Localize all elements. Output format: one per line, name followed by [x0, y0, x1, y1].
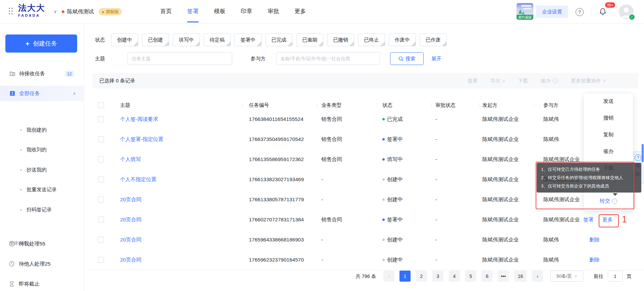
batch-action-导出[interactable]: 导出∨: [490, 78, 505, 84]
org-name[interactable]: 陈斌伟测试: [67, 8, 94, 15]
sidebar: + 创建任务 待接收任务 12 全部任务 ∧ 我创建的我收到的抄送我的批量发送记…: [0, 23, 84, 291]
row-task-id: 1766133823027193469: [249, 176, 304, 183]
status-filter-button-填写中[interactable]: 填写中: [173, 33, 200, 46]
nav-item-更多[interactable]: 更多: [294, 0, 306, 22]
row-checkbox[interactable]: [98, 257, 104, 263]
sidebar-item-all-tasks[interactable]: 全部任务 ∧: [0, 86, 84, 101]
sidebar-subitem-我收到的[interactable]: 我收到的: [0, 143, 84, 157]
notification-bell-icon[interactable]: [599, 8, 606, 17]
row-topic-link[interactable]: 20页合同: [120, 257, 142, 264]
row-topic-link[interactable]: 20页合同: [120, 196, 142, 203]
nav-item-模板[interactable]: 模板: [214, 0, 225, 22]
dropdown-item-发送[interactable]: 发送: [584, 98, 633, 105]
column-header-参与方: 参与方: [543, 102, 558, 108]
sidebar-subitem-扫码签记录[interactable]: 扫码签记录: [0, 203, 84, 216]
row-initiator: 陈斌伟测试企业: [482, 116, 519, 123]
row-initiator: 陈斌伟测试企业: [482, 176, 519, 183]
dropdown-item-撤销[interactable]: 撤销: [584, 115, 633, 122]
status-filter-button-已作废[interactable]: 已作废: [420, 33, 447, 46]
row-action-删除[interactable]: 删除: [589, 237, 600, 242]
row-checkbox[interactable]: [98, 237, 104, 243]
row-approval-status: -: [435, 136, 437, 142]
row-action-删除[interactable]: 删除: [589, 257, 600, 263]
row-party: 陈斌伟: [543, 116, 559, 123]
sidebar-subitem-我创建的[interactable]: 我创建的: [0, 123, 84, 137]
row-topic-link[interactable]: 个人填写: [120, 156, 141, 163]
dropdown-item-催办[interactable]: 催办: [584, 148, 633, 155]
row-approval-status: -: [435, 197, 437, 203]
row-topic-link[interactable]: 个人不指定位置: [120, 176, 157, 183]
sidebar-quick-即将截止[interactable]: 即将截止: [0, 277, 84, 291]
status-filter-button-已完成[interactable]: 已完成: [265, 33, 292, 46]
row-topic-link[interactable]: 个人签-阅读要求: [120, 116, 158, 123]
status-filter-button-已逾期[interactable]: 已逾期: [296, 33, 323, 46]
count-badge: 25: [45, 261, 51, 267]
select-all-checkbox[interactable]: [98, 102, 104, 108]
row-checkbox[interactable]: [98, 197, 104, 203]
status-filter-label: 状态: [95, 37, 105, 43]
row-action-签署[interactable]: 签署: [583, 217, 594, 222]
dropdown-item-transfer[interactable]: 转交 i: [584, 198, 633, 205]
row-topic-link[interactable]: 个人签署-指定位置: [120, 136, 163, 143]
status-filter-button-作废中[interactable]: 作废中: [389, 33, 416, 46]
row-checkbox[interactable]: [98, 116, 104, 122]
row-topic-link[interactable]: 20页合同: [120, 236, 142, 243]
batch-action-签署[interactable]: 签署: [468, 78, 478, 84]
pagination-page-6[interactable]: 6: [482, 271, 493, 282]
pagination-page-5[interactable]: 5: [465, 271, 476, 282]
chevron-up-icon[interactable]: ∧: [73, 91, 76, 96]
goto-page-input[interactable]: [608, 271, 623, 282]
bullet-icon: [20, 149, 22, 151]
sidebar-subitem-抄送我的[interactable]: 抄送我的: [0, 163, 84, 176]
batch-action-催办[interactable]: 催办i: [541, 78, 558, 84]
fadada-logo[interactable]: 法大大 FADADA: [18, 4, 45, 17]
nav-item-印章[interactable]: 印章: [241, 0, 252, 22]
batch-action-下载[interactable]: 下载: [518, 78, 528, 84]
status-filter-button-已撤销[interactable]: 已撤销: [327, 33, 354, 46]
pagination-page-1[interactable]: 1: [399, 271, 411, 282]
pagination-prev-button[interactable]: ‹: [383, 271, 394, 282]
sidebar-quick-待他人处理[interactable]: 待他人处理25: [0, 257, 84, 271]
nav-item-首页[interactable]: 首页: [160, 0, 172, 22]
carbon-signing-widget[interactable]: 签约减碳: [517, 3, 533, 20]
status-filter-button-创建中[interactable]: 创建中: [111, 33, 138, 46]
page-size-select[interactable]: 50条/页 ∨: [550, 271, 583, 282]
pagination-page-3[interactable]: 3: [432, 271, 443, 282]
row-checkbox[interactable]: [98, 156, 104, 162]
pagination-ellipsis[interactable]: •••: [498, 271, 509, 282]
row-topic-link[interactable]: 20页合同: [120, 216, 142, 223]
row-checkbox[interactable]: [98, 217, 104, 223]
org-chevron-down-icon[interactable]: ∨: [54, 9, 57, 14]
nav-item-审批[interactable]: 审批: [268, 0, 279, 22]
pagination-page-16[interactable]: 16: [514, 271, 527, 282]
create-task-button[interactable]: + 创建任务: [5, 34, 77, 53]
sidebar-quick-待我处理[interactable]: 待我处理55: [0, 237, 84, 251]
row-checkbox[interactable]: [98, 136, 104, 142]
tasks-card-icon: [9, 90, 15, 96]
scrollbar-thumb[interactable]: [642, 144, 644, 162]
help-icon[interactable]: ?: [576, 8, 584, 16]
sidebar-subitem-批量发送记录[interactable]: 批量发送记录: [0, 183, 84, 197]
app-grid-icon[interactable]: [9, 8, 13, 16]
status-filter-button-签署中[interactable]: 签署中: [234, 33, 262, 46]
status-filter-button-待定稿[interactable]: 待定稿: [204, 33, 231, 46]
search-button[interactable]: 搜索: [390, 52, 424, 65]
nav-item-签署[interactable]: 签署: [187, 0, 199, 22]
row-checkbox[interactable]: [98, 176, 104, 183]
pagination-page-4[interactable]: 4: [449, 271, 460, 282]
party-input[interactable]: [276, 52, 380, 65]
dropdown-item-复制[interactable]: 复制: [584, 131, 633, 138]
row-action-更多[interactable]: 更多: [602, 217, 613, 222]
topic-input[interactable]: [127, 52, 232, 65]
status-filter-button-已终止[interactable]: 已终止: [358, 33, 385, 46]
pagination-page-2[interactable]: 2: [416, 271, 427, 282]
pagination-next-button[interactable]: ›: [532, 271, 543, 282]
status-filter-button-已创建[interactable]: 已创建: [142, 33, 169, 46]
table-row: 个人签署-指定位置1766373504959170542销售合同签署中-陈斌伟测…: [84, 129, 644, 150]
row-party: 陈斌伟: [543, 136, 559, 143]
tooltip-line: 1、仅可转交己方待处理的任务: [541, 165, 637, 173]
batch-action-更多批量操作[interactable]: 更多批量操作∨: [571, 78, 606, 84]
expand-filters-link[interactable]: 展开: [431, 56, 441, 62]
enterprise-settings-button[interactable]: 企业设置: [536, 6, 568, 18]
sidebar-item-pending-receive[interactable]: 待接收任务 12: [0, 66, 84, 81]
